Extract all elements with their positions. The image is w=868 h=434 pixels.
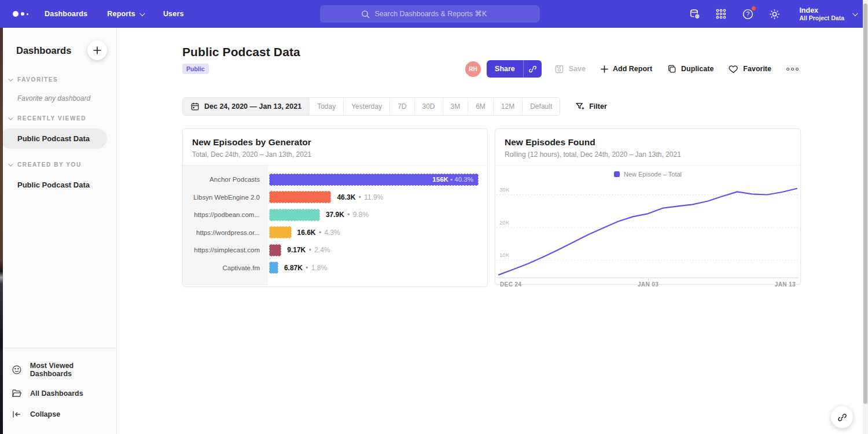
folder-icon (12, 388, 22, 399)
y-tick-30k: 30K (499, 186, 510, 193)
link-icon (528, 65, 537, 73)
x-label-jan-03: JAN 03 (638, 281, 659, 288)
apps-grid-icon[interactable] (715, 8, 727, 20)
settings-gear-icon[interactable] (768, 8, 781, 20)
preset-6m[interactable]: 6M (468, 98, 494, 115)
sidebar-section-created-by-you: CREATED BY YOU Public Podcast Data (0, 161, 116, 195)
search-input[interactable] (375, 10, 499, 18)
section-header-favorites[interactable]: FAVORITES (0, 76, 116, 83)
screen-edge-artifact (0, 28, 3, 434)
share-split-button: Share (487, 60, 542, 78)
brand-logo-dots-icon[interactable] (13, 11, 28, 17)
x-tick-mark (648, 278, 649, 281)
card-subtitle: Total, Dec 24th, 2020 – Jan 13th, 2021 (192, 150, 478, 159)
y-tick-20k: 20K (499, 219, 510, 226)
sidebar-item-public-podcast-data-created[interactable]: Public Podcast Data (0, 175, 116, 195)
workspace-subtitle: All Project Data (799, 14, 844, 21)
line-series[interactable] (499, 189, 797, 275)
chevron-down-icon (139, 10, 145, 16)
nav-item-reports[interactable]: Reports (107, 10, 144, 18)
copy-icon (667, 64, 676, 73)
share-button[interactable]: Share (487, 60, 523, 78)
bar-row: https://wordpress.or... 16.6K • 4.3% (183, 224, 487, 242)
sidebar-section-recently-viewed: RECENTLY VIEWED Public Podcast Data (0, 115, 116, 149)
save-icon (554, 64, 564, 74)
data-sources-icon[interactable] (688, 8, 701, 20)
sidebar-item-public-podcast-data[interactable]: Public Podcast Data (0, 128, 107, 149)
card-subtitle: Rolling (12 hours), total, Dec 24th, 202… (505, 150, 791, 159)
bar-row: Libsyn WebEngine 2.0 46.3K • 11.9% (183, 189, 487, 207)
bar[interactable] (269, 244, 281, 256)
chevron-down-icon (852, 10, 858, 16)
scrollbar-track[interactable] (863, 0, 868, 434)
add-dashboard-button[interactable] (87, 41, 107, 60)
filter-button[interactable]: Filter (575, 102, 607, 111)
sidebar-footer: Most Viewed Dashboards All Dashboards Co… (0, 348, 116, 434)
preset-7d[interactable]: 7D (390, 98, 414, 115)
search-icon (361, 10, 370, 19)
date-range-button[interactable]: Dec 24, 2020 — Jan 13, 2021 (183, 98, 310, 115)
main-area: Public Podcast Data Public RH Share (117, 28, 868, 434)
collapse-sidebar-button[interactable]: Collapse (0, 404, 116, 425)
help-icon[interactable]: ? (741, 8, 754, 20)
card-title: New Episodes Found (505, 137, 791, 148)
preset-default[interactable]: Default (523, 98, 560, 115)
date-controls: Dec 24, 2020 — Jan 13, 2021 Today Yester… (182, 97, 801, 116)
add-report-button[interactable]: Add Report (601, 65, 652, 73)
workspace-switcher[interactable]: Index All Project Data (799, 6, 856, 21)
bar-row: https://simplecast.com 9.17K • 2.4% (183, 241, 487, 259)
sidebar-title: Dashboards (16, 45, 71, 56)
bar-row: Captivate.fm 6.87K • 1.8% (183, 259, 487, 277)
favorites-empty-text: Favorite any dashboard (0, 83, 116, 102)
preset-12m[interactable]: 12M (494, 98, 523, 115)
chevron-down-icon (8, 76, 13, 81)
favorite-button[interactable]: Favorite (729, 64, 771, 74)
section-header-created-by-you[interactable]: CREATED BY YOU (0, 161, 116, 168)
duplicate-button[interactable]: Duplicate (667, 64, 713, 73)
link-icon (837, 413, 847, 422)
bar-row: Anchor Podcasts 156K • 40.3% (183, 171, 487, 189)
bar[interactable] (269, 262, 278, 274)
notification-badge (751, 6, 756, 11)
preset-30d[interactable]: 30D (415, 98, 443, 115)
share-link-button[interactable] (523, 60, 542, 78)
all-dashboards-button[interactable]: All Dashboards (0, 383, 116, 404)
sidebar: Dashboards FAVORITES Favorite any dashbo… (0, 28, 117, 434)
more-options-button[interactable] (784, 65, 801, 73)
workspace-name: Index (799, 6, 844, 14)
visibility-badge: Public (182, 64, 209, 74)
most-viewed-dashboards-button[interactable]: Most Viewed Dashboards (0, 356, 116, 383)
horizontal-bar-chart: Anchor Podcasts 156K • 40.3% (183, 165, 487, 286)
avatar[interactable]: RH (465, 61, 481, 77)
funnel-plus-icon (575, 102, 584, 111)
bar[interactable] (269, 209, 320, 221)
plus-icon (601, 65, 608, 73)
heart-icon (729, 64, 738, 74)
sidebar-section-favorites: FAVORITES Favorite any dashboard (0, 76, 116, 102)
nav-item-dashboards[interactable]: Dashboards (45, 10, 87, 18)
x-label-dec-24: DEC 24 (500, 281, 521, 288)
floating-share-link-button[interactable] (831, 406, 853, 428)
nav-item-users[interactable]: Users (163, 10, 184, 18)
calendar-icon (190, 102, 200, 111)
scrollbar-thumb[interactable] (863, 3, 867, 404)
bar[interactable] (269, 191, 331, 203)
bar[interactable] (269, 226, 292, 238)
preset-yesterday[interactable]: Yesterday (344, 98, 390, 115)
line-chart-svg (496, 181, 799, 278)
card-title: New Episodes by Generator (192, 137, 478, 148)
preset-today[interactable]: Today (310, 98, 344, 115)
global-search[interactable] (320, 5, 540, 23)
section-header-recently-viewed[interactable]: RECENTLY VIEWED (0, 115, 116, 122)
save-button[interactable]: Save (554, 64, 586, 74)
header-actions: RH Share (465, 60, 801, 78)
smiley-icon (12, 365, 22, 375)
top-nav: Dashboards Reports Users (0, 0, 868, 28)
bar[interactable]: 156K • 40.3% (269, 174, 479, 186)
card-new-episodes-by-generator: New Episodes by Generator Total, Dec 24t… (182, 128, 488, 287)
x-axis: DEC 24 JAN 03 JAN 13 (495, 278, 800, 288)
preset-3m[interactable]: 3M (443, 98, 469, 115)
legend-item[interactable]: New Episode – Total (495, 165, 800, 180)
collapse-icon (12, 409, 22, 420)
date-range-segments: Dec 24, 2020 — Jan 13, 2021 Today Yester… (182, 97, 560, 116)
